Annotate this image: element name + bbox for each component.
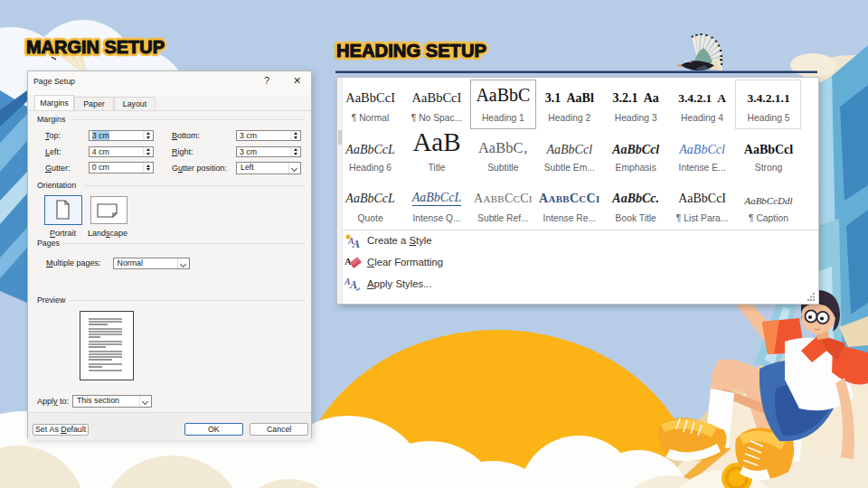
svg-text:A: A [352,238,360,249]
svg-text:A: A [344,256,352,267]
svg-text:HEADING SETUP: HEADING SETUP [336,40,486,61]
svg-text:MARGIN SETUP: MARGIN SETUP [26,37,165,57]
